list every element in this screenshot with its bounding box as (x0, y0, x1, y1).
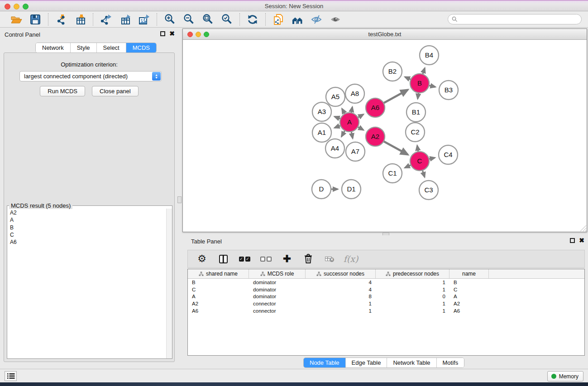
apply-layout-button[interactable] (244, 13, 261, 26)
memory-button[interactable]: Memory (547, 371, 583, 381)
import-network-button[interactable] (53, 13, 69, 26)
minimize-window-button[interactable] (14, 4, 19, 10)
table-cell[interactable]: A2 (188, 301, 249, 306)
table-cell[interactable]: 0 (376, 294, 449, 299)
graph-node-A4[interactable]: A4 (325, 139, 344, 158)
table-cell[interactable]: A2 (449, 301, 489, 306)
table-cell[interactable]: 1 (306, 301, 376, 306)
table-cell[interactable]: C (449, 287, 489, 292)
zoom-out-button[interactable] (181, 13, 197, 26)
graph-node-B3[interactable]: B3 (439, 81, 458, 100)
graph-node-C1[interactable]: C1 (383, 164, 402, 183)
add-column-icon[interactable]: ✚ (280, 253, 294, 265)
graph-node-A3[interactable]: A3 (312, 102, 331, 121)
hide-panel-eye-button[interactable] (308, 13, 325, 26)
table-cell[interactable]: A (449, 294, 489, 299)
column-header-predecessor-nodes[interactable]: predecessor nodes (376, 269, 449, 278)
column-header-name[interactable]: name (449, 269, 489, 278)
graph-node-D[interactable]: D (312, 180, 331, 199)
graph-node-A[interactable]: A (340, 113, 359, 132)
splitpane-divider-handle[interactable] (177, 196, 182, 203)
export-image-button[interactable] (136, 13, 152, 26)
table-cell[interactable]: 8 (306, 294, 376, 299)
settings-gear-icon[interactable]: ⚙ (195, 253, 209, 265)
result-list-item[interactable]: C (8, 231, 166, 238)
optimization-criterion-dropdown[interactable]: largest connected component (directed) ▲… (19, 71, 162, 81)
table-cell[interactable]: A6 (449, 308, 489, 314)
graph-node-A1[interactable]: A1 (312, 123, 331, 142)
tab-select[interactable]: Select (97, 43, 126, 52)
table-row[interactable]: A2connector11A2 (188, 300, 584, 307)
graph-edge-A6-B[interactable] (383, 90, 408, 103)
graph-node-A6[interactable]: A6 (366, 98, 385, 117)
graph-node-C4[interactable]: C4 (439, 145, 458, 164)
select-all-icon[interactable]: ✓✓ (238, 253, 251, 265)
maximize-window-button[interactable] (23, 4, 29, 10)
table-cell[interactable]: 4 (306, 287, 376, 292)
table-cell[interactable]: C (188, 287, 249, 292)
result-list-item[interactable]: B (8, 224, 166, 231)
tab-motifs[interactable]: Motifs (437, 358, 464, 367)
table-cell[interactable]: dominator (249, 294, 306, 299)
graph-node-B4[interactable]: B4 (420, 46, 439, 65)
table-row[interactable]: Adominator80A (188, 293, 584, 300)
table-cell[interactable]: B (188, 280, 249, 285)
network-overview-button[interactable] (289, 13, 306, 26)
result-list-item[interactable]: A (8, 216, 166, 224)
graph-node-D1[interactable]: D1 (342, 180, 361, 199)
table-cell[interactable]: connector (249, 308, 306, 314)
graph-node-A5[interactable]: A5 (326, 87, 345, 106)
run-mcds-button[interactable]: Run MCDS (40, 86, 85, 96)
graph-node-B2[interactable]: B2 (383, 62, 402, 81)
delete-column-icon[interactable] (301, 253, 315, 265)
graph-node-B1[interactable]: B1 (406, 103, 425, 122)
task-history-button[interactable] (5, 371, 17, 381)
deselect-all-icon[interactable] (259, 253, 272, 265)
export-network-button[interactable] (98, 13, 114, 26)
table-panel-float-icon[interactable] (570, 238, 575, 243)
close-window-button[interactable] (5, 4, 10, 10)
table-row[interactable]: A6connector11A6 (188, 307, 584, 315)
result-scrollbar[interactable] (166, 209, 172, 358)
network-maximize-button[interactable] (204, 32, 209, 37)
table-cell[interactable]: 1 (376, 287, 449, 292)
column-header-shared-name[interactable]: shared name (188, 269, 249, 278)
network-window-titlebar[interactable]: testGlobe.txt (183, 29, 587, 40)
table-cell[interactable]: dominator (249, 280, 306, 285)
network-close-button[interactable] (187, 32, 193, 37)
zoom-fit-button[interactable] (200, 13, 216, 26)
table-cell[interactable]: B (449, 280, 489, 285)
split-columns-icon[interactable] (216, 253, 230, 265)
table-cell[interactable]: 1 (376, 301, 449, 306)
tab-style[interactable]: Style (71, 43, 97, 52)
tab-network[interactable]: Network (36, 43, 71, 52)
show-graphics-eye-button[interactable] (327, 13, 344, 26)
zoom-selected-button[interactable] (219, 13, 235, 26)
table-row[interactable]: Bdominator41B (188, 279, 584, 286)
clone-network-button[interactable] (270, 13, 287, 26)
graph-node-B[interactable]: B (410, 74, 429, 93)
tab-edge-table[interactable]: Edge Table (346, 358, 387, 367)
table-cell[interactable]: A6 (188, 308, 249, 314)
table-cell[interactable]: 1 (306, 308, 376, 314)
table-cell[interactable]: dominator (249, 287, 306, 292)
result-list-item[interactable]: A2 (8, 209, 166, 216)
open-file-button[interactable] (8, 13, 24, 26)
save-session-button[interactable] (27, 13, 43, 26)
graph-node-C2[interactable]: C2 (406, 123, 425, 142)
control-panel-float-icon[interactable] (160, 31, 165, 36)
graph-node-A2[interactable]: A2 (366, 127, 385, 146)
network-canvas[interactable]: B4B2BB3A5A8A6A3AB1A1A2C2A4A7C4CC1DD1C3 (183, 40, 587, 232)
table-cell[interactable]: A (188, 294, 249, 299)
table-cell[interactable]: 1 (376, 308, 449, 314)
search-input[interactable] (458, 15, 581, 24)
column-header-successor-nodes[interactable]: successor nodes (306, 269, 376, 278)
graph-node-A7[interactable]: A7 (346, 142, 365, 161)
zoom-in-button[interactable] (162, 13, 178, 26)
mcds-result-list[interactable]: A2ABCA6 (8, 209, 166, 358)
export-table-button[interactable] (117, 13, 133, 26)
graph-node-C[interactable]: C (410, 152, 429, 171)
table-row[interactable]: Cdominator41C (188, 286, 584, 293)
table-panel-close-icon[interactable]: ✖ (579, 238, 584, 243)
tab-mcds[interactable]: MCDS (126, 43, 156, 52)
